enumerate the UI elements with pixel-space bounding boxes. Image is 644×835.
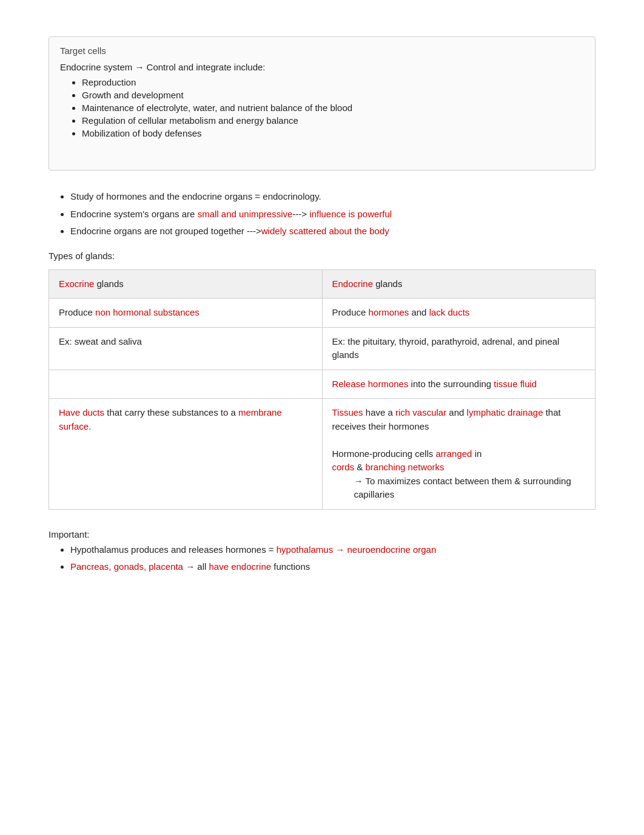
bullet-scattered: Endocrine organs are not grouped togethe… xyxy=(70,225,595,238)
important-label: Important: xyxy=(49,529,595,539)
list-item: Regulation of cellular metabolism and en… xyxy=(82,115,584,126)
target-cells-box: Target cells Endocrine system → Control … xyxy=(49,36,595,171)
endocrine-cell-2: Ex: the pituitary, thyroid, parathyroid,… xyxy=(322,327,595,370)
target-cells-title: Target cells xyxy=(60,46,584,56)
bullet-endocrinology: Study of hormones and the endocrine orga… xyxy=(70,190,595,204)
bullet-small-organs: Endocrine system's organs are small and … xyxy=(70,208,595,221)
list-item: Growth and development xyxy=(82,90,584,100)
endocrine-cell-1: Produce hormones and lack ducts xyxy=(322,299,595,328)
exocrine-header: Exocrine glands xyxy=(49,269,323,299)
list-item: Maintenance of electrolyte, water, and n… xyxy=(82,103,584,113)
intro-bullets: Study of hormones and the endocrine orga… xyxy=(70,190,595,238)
important-list: Hypothalamus produces and releases hormo… xyxy=(70,543,595,574)
exocrine-cell-3 xyxy=(49,370,323,399)
endocrine-list: Reproduction Growth and development Main… xyxy=(82,77,584,138)
table-row: Have ducts that carry these substances t… xyxy=(49,399,595,510)
endocrine-cell-3: Release hormones into the surrounding ti… xyxy=(322,370,595,399)
types-label: Types of glands: xyxy=(49,251,595,261)
exocrine-cell-4: Have ducts that carry these substances t… xyxy=(49,399,323,510)
table-row: Produce non hormonal substances Produce … xyxy=(49,299,595,328)
endocrine-header: Endocrine glands xyxy=(322,269,595,299)
endocrine-intro: Endocrine system → Control and integrate… xyxy=(60,62,584,72)
endocrine-cell-4: Tissues have a rich vascular and lymphat… xyxy=(322,399,595,510)
list-item: Mobilization of body defenses xyxy=(82,128,584,138)
exocrine-cell-2: Ex: sweat and saliva xyxy=(49,327,323,370)
important-item-pancreas: Pancreas, gonads, placenta → all have en… xyxy=(70,560,595,574)
exocrine-cell-1: Produce non hormonal substances xyxy=(49,299,323,328)
table-row: Release hormones into the surrounding ti… xyxy=(49,370,595,399)
important-item-hypothalamus: Hypothalamus produces and releases hormo… xyxy=(70,543,595,557)
list-item: Reproduction xyxy=(82,77,584,87)
comparison-table: Exocrine glands Endocrine glands Produce… xyxy=(49,269,595,510)
table-row: Ex: sweat and saliva Ex: the pituitary, … xyxy=(49,327,595,370)
important-section: Important: Hypothalamus produces and rel… xyxy=(49,529,595,574)
